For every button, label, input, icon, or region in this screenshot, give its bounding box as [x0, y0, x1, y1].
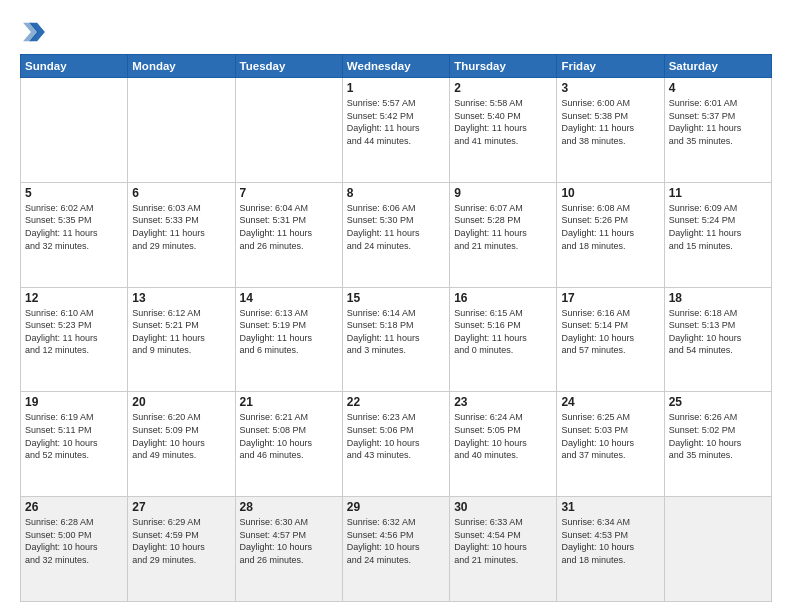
weekday-header-friday: Friday — [557, 55, 664, 78]
day-info: Sunrise: 6:07 AM Sunset: 5:28 PM Dayligh… — [454, 202, 552, 252]
day-number: 6 — [132, 186, 230, 200]
day-info: Sunrise: 6:33 AM Sunset: 4:54 PM Dayligh… — [454, 516, 552, 566]
day-info: Sunrise: 6:15 AM Sunset: 5:16 PM Dayligh… — [454, 307, 552, 357]
day-info: Sunrise: 6:19 AM Sunset: 5:11 PM Dayligh… — [25, 411, 123, 461]
day-number: 10 — [561, 186, 659, 200]
calendar-cell: 19Sunrise: 6:19 AM Sunset: 5:11 PM Dayli… — [21, 392, 128, 497]
week-row-2: 12Sunrise: 6:10 AM Sunset: 5:23 PM Dayli… — [21, 287, 772, 392]
day-info: Sunrise: 6:00 AM Sunset: 5:38 PM Dayligh… — [561, 97, 659, 147]
day-number: 5 — [25, 186, 123, 200]
day-info: Sunrise: 6:02 AM Sunset: 5:35 PM Dayligh… — [25, 202, 123, 252]
day-number: 24 — [561, 395, 659, 409]
day-number: 30 — [454, 500, 552, 514]
calendar-cell: 12Sunrise: 6:10 AM Sunset: 5:23 PM Dayli… — [21, 287, 128, 392]
day-number: 4 — [669, 81, 767, 95]
calendar-cell — [235, 78, 342, 183]
calendar-cell: 23Sunrise: 6:24 AM Sunset: 5:05 PM Dayli… — [450, 392, 557, 497]
week-row-0: 1Sunrise: 5:57 AM Sunset: 5:42 PM Daylig… — [21, 78, 772, 183]
calendar-cell: 5Sunrise: 6:02 AM Sunset: 5:35 PM Daylig… — [21, 182, 128, 287]
week-row-3: 19Sunrise: 6:19 AM Sunset: 5:11 PM Dayli… — [21, 392, 772, 497]
day-info: Sunrise: 6:18 AM Sunset: 5:13 PM Dayligh… — [669, 307, 767, 357]
day-number: 7 — [240, 186, 338, 200]
weekday-header-wednesday: Wednesday — [342, 55, 449, 78]
day-number: 11 — [669, 186, 767, 200]
day-info: Sunrise: 6:01 AM Sunset: 5:37 PM Dayligh… — [669, 97, 767, 147]
day-number: 19 — [25, 395, 123, 409]
day-number: 23 — [454, 395, 552, 409]
calendar-cell: 28Sunrise: 6:30 AM Sunset: 4:57 PM Dayli… — [235, 497, 342, 602]
calendar-cell: 2Sunrise: 5:58 AM Sunset: 5:40 PM Daylig… — [450, 78, 557, 183]
day-info: Sunrise: 6:10 AM Sunset: 5:23 PM Dayligh… — [25, 307, 123, 357]
day-info: Sunrise: 6:16 AM Sunset: 5:14 PM Dayligh… — [561, 307, 659, 357]
calendar-cell: 7Sunrise: 6:04 AM Sunset: 5:31 PM Daylig… — [235, 182, 342, 287]
day-info: Sunrise: 6:21 AM Sunset: 5:08 PM Dayligh… — [240, 411, 338, 461]
calendar-cell: 20Sunrise: 6:20 AM Sunset: 5:09 PM Dayli… — [128, 392, 235, 497]
day-info: Sunrise: 6:08 AM Sunset: 5:26 PM Dayligh… — [561, 202, 659, 252]
day-number: 12 — [25, 291, 123, 305]
day-number: 27 — [132, 500, 230, 514]
calendar-cell — [128, 78, 235, 183]
weekday-header-row: SundayMondayTuesdayWednesdayThursdayFrid… — [21, 55, 772, 78]
week-row-4: 26Sunrise: 6:28 AM Sunset: 5:00 PM Dayli… — [21, 497, 772, 602]
calendar: SundayMondayTuesdayWednesdayThursdayFrid… — [20, 54, 772, 602]
day-info: Sunrise: 6:12 AM Sunset: 5:21 PM Dayligh… — [132, 307, 230, 357]
day-info: Sunrise: 6:13 AM Sunset: 5:19 PM Dayligh… — [240, 307, 338, 357]
calendar-cell: 9Sunrise: 6:07 AM Sunset: 5:28 PM Daylig… — [450, 182, 557, 287]
day-number: 18 — [669, 291, 767, 305]
day-number: 17 — [561, 291, 659, 305]
calendar-cell: 30Sunrise: 6:33 AM Sunset: 4:54 PM Dayli… — [450, 497, 557, 602]
calendar-cell: 25Sunrise: 6:26 AM Sunset: 5:02 PM Dayli… — [664, 392, 771, 497]
calendar-cell: 4Sunrise: 6:01 AM Sunset: 5:37 PM Daylig… — [664, 78, 771, 183]
weekday-header-monday: Monday — [128, 55, 235, 78]
calendar-cell: 22Sunrise: 6:23 AM Sunset: 5:06 PM Dayli… — [342, 392, 449, 497]
day-info: Sunrise: 6:03 AM Sunset: 5:33 PM Dayligh… — [132, 202, 230, 252]
day-info: Sunrise: 5:57 AM Sunset: 5:42 PM Dayligh… — [347, 97, 445, 147]
day-info: Sunrise: 6:32 AM Sunset: 4:56 PM Dayligh… — [347, 516, 445, 566]
day-number: 31 — [561, 500, 659, 514]
day-info: Sunrise: 6:25 AM Sunset: 5:03 PM Dayligh… — [561, 411, 659, 461]
day-number: 13 — [132, 291, 230, 305]
calendar-cell: 6Sunrise: 6:03 AM Sunset: 5:33 PM Daylig… — [128, 182, 235, 287]
day-number: 14 — [240, 291, 338, 305]
day-number: 28 — [240, 500, 338, 514]
generalblue-icon — [20, 18, 48, 46]
day-info: Sunrise: 6:29 AM Sunset: 4:59 PM Dayligh… — [132, 516, 230, 566]
calendar-cell: 15Sunrise: 6:14 AM Sunset: 5:18 PM Dayli… — [342, 287, 449, 392]
day-number: 8 — [347, 186, 445, 200]
calendar-cell: 17Sunrise: 6:16 AM Sunset: 5:14 PM Dayli… — [557, 287, 664, 392]
calendar-cell — [21, 78, 128, 183]
calendar-cell — [664, 497, 771, 602]
day-number: 22 — [347, 395, 445, 409]
day-number: 9 — [454, 186, 552, 200]
weekday-header-tuesday: Tuesday — [235, 55, 342, 78]
day-info: Sunrise: 6:23 AM Sunset: 5:06 PM Dayligh… — [347, 411, 445, 461]
day-number: 2 — [454, 81, 552, 95]
day-info: Sunrise: 6:24 AM Sunset: 5:05 PM Dayligh… — [454, 411, 552, 461]
day-info: Sunrise: 5:58 AM Sunset: 5:40 PM Dayligh… — [454, 97, 552, 147]
calendar-cell: 31Sunrise: 6:34 AM Sunset: 4:53 PM Dayli… — [557, 497, 664, 602]
page: SundayMondayTuesdayWednesdayThursdayFrid… — [0, 0, 792, 612]
day-number: 16 — [454, 291, 552, 305]
day-info: Sunrise: 6:20 AM Sunset: 5:09 PM Dayligh… — [132, 411, 230, 461]
calendar-cell: 16Sunrise: 6:15 AM Sunset: 5:16 PM Dayli… — [450, 287, 557, 392]
day-info: Sunrise: 6:34 AM Sunset: 4:53 PM Dayligh… — [561, 516, 659, 566]
calendar-cell: 27Sunrise: 6:29 AM Sunset: 4:59 PM Dayli… — [128, 497, 235, 602]
day-info: Sunrise: 6:14 AM Sunset: 5:18 PM Dayligh… — [347, 307, 445, 357]
day-number: 15 — [347, 291, 445, 305]
weekday-header-saturday: Saturday — [664, 55, 771, 78]
day-number: 26 — [25, 500, 123, 514]
day-info: Sunrise: 6:30 AM Sunset: 4:57 PM Dayligh… — [240, 516, 338, 566]
day-info: Sunrise: 6:28 AM Sunset: 5:00 PM Dayligh… — [25, 516, 123, 566]
calendar-cell: 8Sunrise: 6:06 AM Sunset: 5:30 PM Daylig… — [342, 182, 449, 287]
calendar-cell: 13Sunrise: 6:12 AM Sunset: 5:21 PM Dayli… — [128, 287, 235, 392]
calendar-cell: 26Sunrise: 6:28 AM Sunset: 5:00 PM Dayli… — [21, 497, 128, 602]
day-number: 29 — [347, 500, 445, 514]
calendar-cell: 1Sunrise: 5:57 AM Sunset: 5:42 PM Daylig… — [342, 78, 449, 183]
calendar-cell: 11Sunrise: 6:09 AM Sunset: 5:24 PM Dayli… — [664, 182, 771, 287]
calendar-cell: 14Sunrise: 6:13 AM Sunset: 5:19 PM Dayli… — [235, 287, 342, 392]
weekday-header-sunday: Sunday — [21, 55, 128, 78]
day-number: 20 — [132, 395, 230, 409]
day-number: 21 — [240, 395, 338, 409]
calendar-cell: 21Sunrise: 6:21 AM Sunset: 5:08 PM Dayli… — [235, 392, 342, 497]
day-number: 25 — [669, 395, 767, 409]
